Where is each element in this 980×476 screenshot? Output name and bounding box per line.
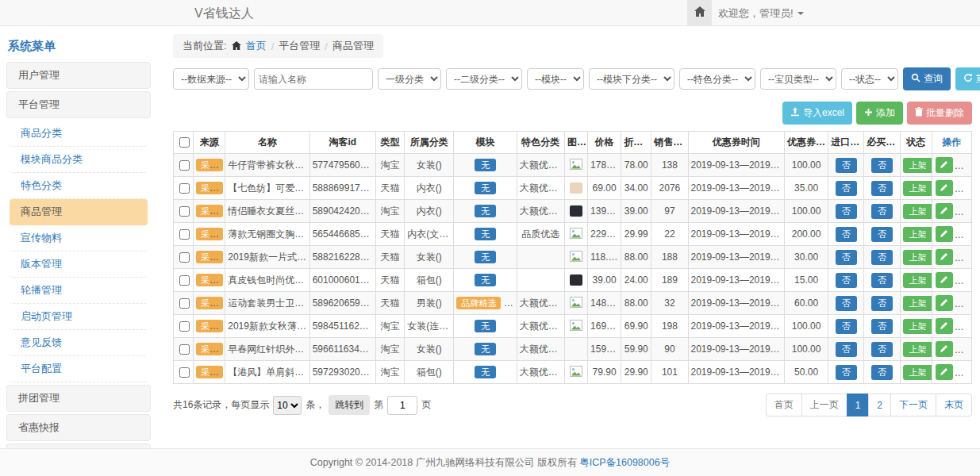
discount-price: 34.00 bbox=[621, 177, 651, 200]
import-excel-button[interactable]: 导入excel bbox=[782, 102, 852, 125]
edit-button[interactable] bbox=[936, 341, 953, 357]
import-toggle[interactable]: 否 bbox=[836, 342, 857, 357]
page-button-末页[interactable]: 末页 bbox=[936, 393, 972, 416]
sidebar-item-版本管理[interactable]: 版本管理 bbox=[10, 251, 148, 278]
search-button[interactable]: 查询 bbox=[903, 67, 951, 90]
import-toggle[interactable]: 否 bbox=[836, 204, 857, 219]
sidebar-item-启动页管理[interactable]: 启动页管理 bbox=[10, 304, 148, 330]
filter-select---模块下分类--[interactable]: --模块下分类-- bbox=[589, 68, 674, 90]
must-buy-toggle[interactable]: 否 bbox=[871, 365, 893, 380]
row-checkbox[interactable] bbox=[179, 160, 190, 171]
status-toggle[interactable]: 上架 bbox=[903, 250, 932, 265]
import-toggle[interactable]: 否 bbox=[836, 296, 857, 311]
filter-select---状态--[interactable]: --状态-- bbox=[841, 68, 898, 90]
jump-button[interactable]: 跳转到 bbox=[329, 395, 370, 415]
sidebar-item-商品管理[interactable]: 商品管理 bbox=[10, 199, 148, 225]
row-checkbox[interactable] bbox=[179, 275, 190, 286]
jump-page-input[interactable] bbox=[387, 396, 417, 415]
filter-select-一级分类[interactable]: 一级分类 bbox=[378, 68, 441, 90]
page-button-首页[interactable]: 首页 bbox=[766, 393, 802, 416]
sidebar-group-消息管理[interactable]: 消息管理 bbox=[6, 443, 151, 448]
sidebar-item-特色分类[interactable]: 特色分类 bbox=[10, 173, 148, 199]
page-button-下一页[interactable]: 下一页 bbox=[890, 393, 936, 416]
batch-delete-button[interactable]: 批量删除 bbox=[907, 102, 972, 125]
per-page-select[interactable]: 10 bbox=[273, 396, 302, 415]
import-toggle[interactable]: 否 bbox=[836, 365, 857, 380]
sidebar-item-宣传物料[interactable]: 宣传物料 bbox=[10, 225, 148, 251]
must-buy-toggle[interactable]: 否 bbox=[871, 342, 893, 357]
sidebar-item-轮播管理[interactable]: 轮播管理 bbox=[10, 278, 148, 304]
status-toggle[interactable]: 上架 bbox=[903, 181, 932, 196]
import-toggle[interactable]: 否 bbox=[836, 250, 857, 265]
select-all-checkbox[interactable] bbox=[179, 137, 190, 148]
operations-cell bbox=[932, 361, 971, 384]
filter-select---宝贝类型--[interactable]: --宝贝类型-- bbox=[760, 68, 836, 90]
import-toggle[interactable]: 否 bbox=[836, 273, 857, 288]
product-category: 箱包() bbox=[405, 361, 454, 384]
row-checkbox[interactable] bbox=[179, 298, 190, 309]
page-button-上一页[interactable]: 上一页 bbox=[801, 393, 847, 416]
status-toggle[interactable]: 上架 bbox=[903, 319, 932, 334]
page-button-1[interactable]: 1 bbox=[847, 393, 870, 416]
edit-button[interactable] bbox=[936, 157, 953, 173]
module-badge: 无 bbox=[475, 205, 496, 217]
filter-select---二级分类--[interactable]: --二级分类-- bbox=[446, 68, 522, 90]
row-checkbox[interactable] bbox=[179, 229, 190, 240]
must-buy-toggle[interactable]: 否 bbox=[871, 181, 893, 196]
sidebar-group-平台管理[interactable]: 平台管理 bbox=[6, 91, 151, 118]
filter-select---数据来源--[interactable]: --数据来源-- bbox=[173, 68, 249, 90]
must-buy-toggle[interactable]: 否 bbox=[871, 204, 893, 219]
must-buy-toggle[interactable]: 否 bbox=[871, 158, 893, 173]
sidebar-item-商品分类[interactable]: 商品分类 bbox=[10, 121, 148, 147]
breadcrumb-home-link[interactable]: 首页 bbox=[246, 39, 267, 53]
edit-button[interactable] bbox=[936, 180, 953, 196]
page-button-2[interactable]: 2 bbox=[868, 393, 891, 416]
icp-link[interactable]: 粤ICP备16098006号 bbox=[579, 456, 670, 470]
filter-select---模块--[interactable]: --模块-- bbox=[527, 68, 584, 90]
must-buy-toggle[interactable]: 否 bbox=[871, 250, 893, 265]
edit-button[interactable] bbox=[936, 226, 953, 242]
edit-button[interactable] bbox=[936, 364, 953, 380]
reset-button[interactable]: 重置 bbox=[955, 67, 980, 90]
sidebar-item-平台配置[interactable]: 平台配置 bbox=[10, 356, 148, 382]
coupon-time: 2019-09-13—2019-09-19 bbox=[688, 246, 784, 269]
status-toggle[interactable]: 上架 bbox=[903, 158, 932, 173]
status-toggle[interactable]: 上架 bbox=[903, 365, 932, 380]
row-checkbox[interactable] bbox=[179, 367, 190, 378]
must-buy-toggle[interactable]: 否 bbox=[871, 227, 893, 242]
must-buy-toggle[interactable]: 否 bbox=[871, 296, 893, 311]
edit-button[interactable] bbox=[936, 295, 953, 311]
icon-cell bbox=[564, 223, 587, 246]
row-checkbox[interactable] bbox=[179, 206, 190, 217]
row-checkbox[interactable] bbox=[179, 344, 190, 355]
status-toggle[interactable]: 上架 bbox=[903, 227, 932, 242]
row-checkbox[interactable] bbox=[179, 321, 190, 332]
import-toggle[interactable]: 否 bbox=[836, 319, 857, 334]
filter-select---特色分类--[interactable]: --特色分类-- bbox=[679, 68, 755, 90]
sidebar-group-拼团管理[interactable]: 拼团管理 bbox=[6, 385, 151, 412]
import-toggle[interactable]: 否 bbox=[836, 181, 857, 196]
import-toggle[interactable]: 否 bbox=[836, 158, 857, 173]
edit-button[interactable] bbox=[936, 272, 953, 288]
sidebar-item-意见反馈[interactable]: 意见反馈 bbox=[10, 330, 148, 356]
user-menu[interactable]: 欢迎您，管理员! bbox=[718, 6, 804, 21]
product-type: 天猫 bbox=[376, 269, 405, 292]
sidebar-group-用户管理[interactable]: 用户管理 bbox=[6, 62, 151, 89]
must-buy-toggle[interactable]: 否 bbox=[871, 273, 893, 288]
home-button[interactable] bbox=[687, 0, 712, 25]
edit-button[interactable] bbox=[936, 318, 953, 334]
status-toggle[interactable]: 上架 bbox=[903, 296, 932, 311]
must-buy-toggle[interactable]: 否 bbox=[871, 319, 893, 334]
status-toggle[interactable]: 上架 bbox=[903, 342, 932, 357]
status-toggle[interactable]: 上架 bbox=[903, 273, 932, 288]
row-checkbox[interactable] bbox=[179, 183, 190, 194]
name-search-input[interactable] bbox=[254, 68, 373, 90]
sidebar-group-省惠快报[interactable]: 省惠快报 bbox=[6, 414, 151, 441]
edit-button[interactable] bbox=[936, 249, 953, 265]
sidebar-item-模块商品分类[interactable]: 模块商品分类 bbox=[10, 147, 148, 173]
edit-button[interactable] bbox=[936, 203, 953, 219]
row-checkbox[interactable] bbox=[179, 252, 190, 263]
status-toggle[interactable]: 上架 bbox=[903, 204, 932, 219]
import-toggle[interactable]: 否 bbox=[836, 227, 857, 242]
add-button[interactable]: 添加 bbox=[856, 102, 903, 125]
